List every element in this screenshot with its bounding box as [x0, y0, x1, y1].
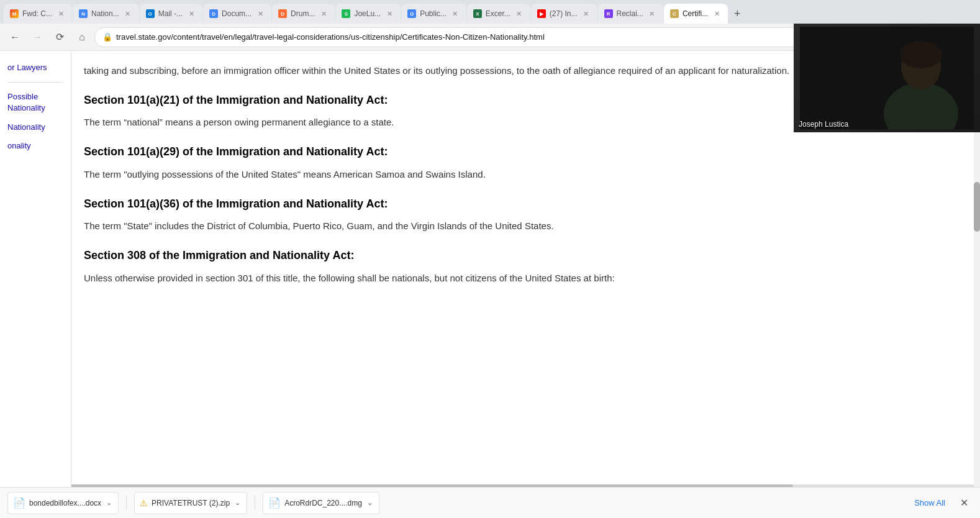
download-zip-arrow[interactable]: ⌄ — [234, 498, 242, 508]
download-item-zip[interactable]: ⚠ PRIVATETRUST (2).zip ⌄ — [134, 492, 247, 514]
section-heading-3: Section 101(a)(36) of the Immigration an… — [84, 197, 949, 211]
download-item-dmg[interactable]: 📄 AcroRdrDC_220....dmg ⌄ — [263, 492, 379, 514]
download-zip-warning-icon: ⚠ — [140, 498, 148, 508]
tab-label-reclaim: Reclai... — [617, 9, 643, 18]
tab-close-nation[interactable]: ✕ — [123, 9, 133, 19]
sidebar-divider-1 — [7, 82, 63, 83]
tab-close-youtube[interactable]: ✕ — [581, 9, 591, 19]
tab-favicon-public: G — [407, 9, 416, 18]
tab-close-spotify[interactable]: ✕ — [384, 9, 394, 19]
download-docx-name: bondedbillofex....docx — [29, 499, 101, 507]
webcam-video: Joseph Lustica — [794, 24, 980, 132]
section-body-4: Unless otherwise provided in section 301… — [84, 271, 949, 286]
webcam-overlay: Joseph Lustica — [794, 24, 980, 132]
tab-favicon-spotify: S — [342, 9, 350, 18]
section-heading-4: Section 308 of the Immigration and Natio… — [84, 248, 949, 263]
download-dmg-arrow[interactable]: ⌄ — [366, 498, 374, 508]
reload-button[interactable]: ⟳ — [50, 27, 70, 47]
download-separator-2 — [255, 496, 255, 511]
tab-close-drum[interactable]: ✕ — [319, 9, 329, 19]
tab-close-gdocs[interactable]: ✕ — [255, 9, 265, 19]
sidebar-item-nationality[interactable]: Nationality — [0, 118, 71, 137]
tab-youtube[interactable]: ▶ (27) In... ✕ — [531, 4, 597, 24]
tab-close-outlook[interactable]: ✕ — [186, 9, 196, 19]
tab-favicon-drum: D — [278, 9, 287, 18]
section-body-2: The term "outlying possessions of the Un… — [84, 167, 949, 182]
download-bar: 📄 bondedbillofex....docx ⌄ ⚠ PRIVATETRUS… — [0, 487, 980, 518]
tab-label-gdocs: Docum... — [222, 9, 252, 18]
tab-reclaim[interactable]: R Reclai... ✕ — [598, 4, 663, 24]
section-body-3: The term "State" includes the District o… — [84, 219, 949, 234]
tab-public[interactable]: G Public... ✕ — [401, 4, 466, 24]
tab-close-reclaim[interactable]: ✕ — [647, 9, 657, 19]
home-button[interactable]: ⌂ — [72, 27, 92, 47]
new-tab-button[interactable]: + — [728, 5, 746, 22]
tab-favicon-youtube: ▶ — [537, 9, 546, 18]
tab-label-drum: Drum... — [291, 9, 315, 18]
sidebar: or Lawyers Possible Nationality National… — [0, 51, 71, 487]
tab-close-excel[interactable]: ✕ — [514, 9, 524, 19]
tab-gmail[interactable]: M Fwd: C... ✕ — [4, 4, 72, 24]
tab-nation[interactable]: N Nation... ✕ — [73, 4, 139, 24]
download-zip-name: PRIVATETRUST (2).zip — [152, 499, 230, 507]
tab-label-gmail: Fwd: C... — [22, 9, 52, 18]
tab-favicon-outlook: O — [146, 9, 155, 18]
section-heading-2: Section 101(a)(29) of the Immigration an… — [84, 145, 949, 159]
tab-label-outlook: Mail -... — [158, 9, 183, 18]
download-dmg-icon: 📄 — [268, 497, 281, 509]
tab-cert[interactable]: C Certifi... ✕ — [664, 4, 728, 24]
tab-close-gmail[interactable]: ✕ — [56, 9, 66, 19]
tab-spotify[interactable]: S JoeLu... ✕ — [335, 4, 401, 24]
tab-label-cert: Certifi... — [683, 9, 708, 18]
tab-label-nation: Nation... — [91, 9, 119, 18]
tab-label-youtube: (27) In... — [550, 9, 578, 18]
tab-outlook[interactable]: O Mail -... ✕ — [140, 4, 202, 24]
tab-close-public[interactable]: ✕ — [450, 9, 460, 19]
tab-bar: M Fwd: C... ✕ N Nation... ✕ O Mail -... … — [0, 0, 980, 24]
tab-gdocs[interactable]: D Docum... ✕ — [203, 4, 271, 24]
webcam-silhouette — [800, 27, 974, 129]
download-item-docx[interactable]: 📄 bondedbillofex....docx ⌄ — [7, 492, 119, 514]
download-bar-close-button[interactable]: ✕ — [955, 494, 973, 512]
url-text: travel.state.gov/content/travel/en/legal… — [116, 32, 814, 42]
sidebar-item-onality[interactable]: onality — [0, 137, 71, 155]
tab-drum[interactable]: D Drum... ✕ — [272, 4, 335, 24]
download-docx-arrow[interactable]: ⌄ — [105, 498, 113, 508]
tab-close-cert[interactable]: ✕ — [712, 9, 722, 19]
sidebar-item-lawyers[interactable]: or Lawyers — [0, 58, 71, 77]
sidebar-item-possible-nationality[interactable]: Possible Nationality — [0, 88, 71, 117]
tab-favicon-cert: C — [670, 9, 679, 18]
tab-label-spotify: JoeLu... — [354, 9, 381, 18]
tab-excel[interactable]: X Excer... ✕ — [467, 4, 530, 24]
scrollbar-thumb[interactable] — [974, 182, 980, 232]
tab-favicon-excel: X — [473, 9, 482, 18]
tab-favicon-gmail: M — [10, 9, 19, 18]
webcam-name: Joseph Lustica — [799, 120, 848, 129]
address-bar[interactable]: 🔒 travel.state.gov/content/travel/en/leg… — [94, 27, 875, 47]
download-docx-icon: 📄 — [13, 497, 25, 509]
lock-icon: 🔒 — [102, 32, 112, 42]
tab-label-excel: Excer... — [486, 9, 510, 18]
tab-favicon-gdocs: D — [209, 9, 218, 18]
tab-favicon-reclaim: R — [604, 9, 613, 18]
download-separator-1 — [126, 496, 127, 511]
tab-label-public: Public... — [420, 9, 447, 18]
download-dmg-name: AcroRdrDC_220....dmg — [284, 499, 362, 507]
show-all-button[interactable]: Show All — [909, 496, 950, 510]
tab-favicon-nation: N — [79, 9, 88, 18]
svg-rect-4 — [800, 27, 974, 129]
back-button[interactable]: ← — [5, 27, 25, 47]
forward-button[interactable]: → — [27, 27, 47, 47]
